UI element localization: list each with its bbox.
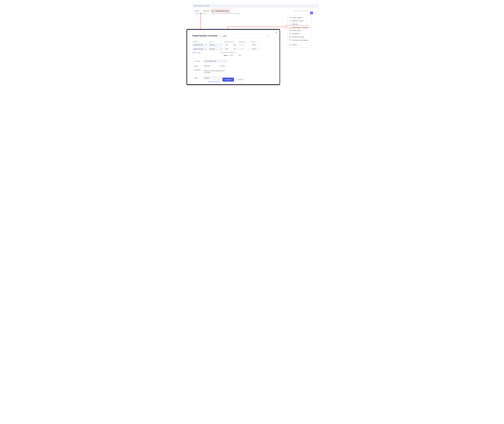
split-column-headers: Контрагент Статья Сумма Поровну % Направ… [192,41,274,43]
menu-item-label: Повторять [292,23,298,25]
label-date: ?Дата [192,65,202,67]
svg-point-1 [290,21,290,21]
help-icon[interactable]: ? [192,65,194,67]
total-label: Итого: [223,55,228,56]
total-sum: 6 707 [229,54,237,57]
transaction-status: Неразнесенное списание [293,10,309,12]
header-month: Месяц з/п ... [251,41,258,43]
swap-icon [289,26,291,28]
menu-item-label: Поставить метку операции [292,39,308,41]
minus-sign: − [220,35,221,37]
delete-icon [289,44,291,45]
category-select[interactable]: Зарплата▾ [208,43,223,47]
menu-history[interactable]: История изменений [288,35,311,38]
header-percent: % [233,41,237,43]
percent-input[interactable] [233,43,237,47]
transaction-context-menu: Создать правило Привязать к сделке Повто… [288,15,311,47]
svg-rect-4 [290,30,291,31]
svg-rect-3 [290,30,290,31]
repeat-link[interactable]: Повторять [219,65,225,67]
transaction-checkbox[interactable] [188,10,190,12]
edit-writeoff-dialog: ✕ Редактировать списание − ₽ Контрагент … [187,30,279,84]
header-direction: Направление [238,41,250,43]
chevron-down-icon: ▾ [206,48,207,50]
split-row: Бурцев Алексан... ✕▾ Зарплата▾ Выбрать▾ … [192,47,274,50]
date-bar: 08 Сентября 2021, среда [192,4,319,8]
dialog-close-button[interactable]: ✕ [276,31,277,34]
header-sum: Сумма Поровну [224,41,232,43]
split-equally-link[interactable]: Поровну [228,41,233,42]
chevron-down-icon: ▾ [225,61,226,62]
clear-icon[interactable]: ✕ [205,48,206,50]
chevron-down-icon: ▾ [206,44,207,45]
cancel-button[interactable]: Отменить [237,79,244,81]
menu-item-label: Привязать к сделке [292,20,304,22]
chevron-down-icon: ▾ [248,48,249,50]
category-select[interactable]: Зарплата▾ [208,47,223,50]
sum-input[interactable] [224,43,232,47]
month-input[interactable] [251,47,258,50]
menu-convert-transfer[interactable]: Преобразовать в перевод [288,25,311,29]
transaction-account: р/с Тинькофф *4029 [194,13,207,14]
dialog-title: Редактировать списание [192,35,218,37]
totals-row: Итого: 6 707 100 [192,54,274,57]
menu-clone[interactable]: Клонировать [288,32,311,35]
contragent-select[interactable]: Бирюлин Валер... ✕▾ [192,43,208,47]
transaction-amount: −6 707 [194,10,199,12]
menu-tag[interactable]: Поставить метку операции [288,38,311,42]
menu-link-deal[interactable]: Привязать к сделке [288,19,311,22]
total-percent: 100 [238,54,243,57]
dialog-amount-group: − ₽ [220,34,270,38]
remove-row-button[interactable]: ✕ [259,44,260,46]
svg-point-0 [290,17,291,18]
close-menu-button[interactable]: ✕ [310,12,313,14]
menu-delete[interactable]: Удалить [288,43,311,46]
month-input[interactable] [251,43,258,47]
menu-item-label: История изменений [292,36,304,38]
history-icon [289,23,291,25]
chevron-down-icon: ▾ [221,48,222,50]
cart-icon [289,20,291,22]
connector-line [228,27,286,27]
description-textarea[interactable]: Зарплата согласно реестру №54 от 01.09.2… [203,69,227,75]
menu-repeat[interactable]: Повторять [288,22,311,25]
copy-icon [289,33,291,34]
list-icon [289,36,291,38]
menu-item-label: Создать правило [292,17,302,18]
svg-point-2 [290,21,291,21]
split-row: Бирюлин Валер... ✕▾ Зарплата▾ Выбрать▾ ✕ [192,43,274,47]
columns-icon [289,30,291,31]
menu-split-amount[interactable]: Разбить сумму [288,29,311,32]
amount-input[interactable] [222,34,269,38]
tag-icon [289,39,291,41]
menu-create-rule[interactable]: Создать правило [288,16,311,19]
from-account-select[interactable]: р/с Тинькофф *4029▾ [203,59,227,63]
menu-item-label: Разбить сумму [292,30,301,31]
header-contragent: Контрагент [192,41,208,43]
transaction-counterparty: АО "ТИНЬКОФФ БАНК" [212,10,229,12]
remaining-text: Осталось распределить 0 ₽ [221,52,274,53]
help-icon[interactable]: ? [192,60,194,62]
sum-input[interactable] [224,47,232,50]
ruble-icon: ₽ [267,35,268,37]
chevron-down-icon: ▾ [221,44,222,46]
transaction-description: Зарплата согласно реестру №54 от 01.09.2… [212,13,240,14]
menu-item-label: Клонировать [292,33,300,34]
percent-input[interactable] [233,47,237,50]
add-split-link[interactable]: Разбить еще + [192,52,201,54]
check-circle-icon [289,17,291,18]
menu-item-label: Удалить [292,44,297,45]
direction-select[interactable]: Выбрать▾ [238,43,250,47]
date-input[interactable]: 08.09.2021 Повторять [203,64,227,68]
remove-row-button[interactable]: ✕ [259,48,260,50]
label-from-account: ?Со счета [192,60,202,62]
save-button[interactable]: Сохранить [222,78,234,81]
header-category: Статья [208,41,223,43]
transaction-chip [203,10,209,12]
contragent-select[interactable]: Бурцев Алексан... ✕▾ [192,47,208,50]
menu-item-label: Преобразовать в перевод [292,26,308,28]
help-icon[interactable]: ? [192,69,194,71]
direction-select[interactable]: Выбрать▾ [238,47,250,50]
clear-icon[interactable]: ✕ [205,44,206,45]
chevron-down-icon: ▾ [248,44,249,46]
